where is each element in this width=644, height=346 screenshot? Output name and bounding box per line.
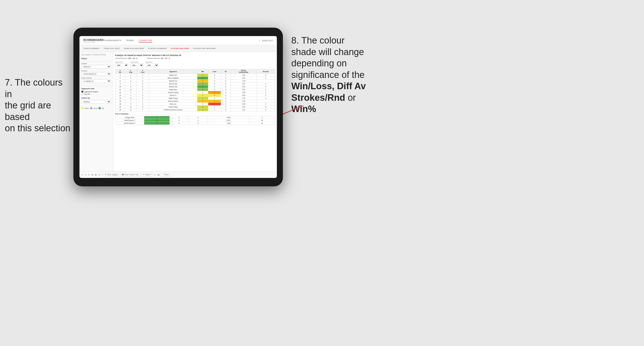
table-row: 1585 Stella Cheng 100 1.254 <box>115 97 275 100</box>
subnav-player-h2h-grid[interactable]: PLAYER H2H GRID <box>171 47 189 49</box>
filter-opponent: Opponent (All) <box>146 61 159 67</box>
table-row: 914 Sharon Mun 100 3.673 <box>115 82 275 85</box>
out-of-division-title: Out of division <box>115 113 275 115</box>
main-content: Katelyn Vo Head-to-Head Grid for Women's… <box>113 52 277 171</box>
radio-top100-dot <box>81 93 83 95</box>
nav-committee[interactable]: COMMITTEE <box>139 39 152 42</box>
redo-icon[interactable]: ↪ <box>85 173 87 176</box>
filter-conference-select[interactable]: (All) <box>130 63 144 67</box>
table-row: 1474 Eunice Yi 220 0.389 <box>115 94 275 97</box>
tablet-screen: SCOREBOARD Powered by clippd TOURNAMENTS… <box>80 36 277 178</box>
watch-dropdown-icon: ▾ <box>150 174 152 176</box>
paste-icon[interactable]: ⊞ <box>95 173 97 176</box>
bottom-toolbar: ↩ ↪ ↩ ⊡ ⊞ ⏱ 👁 View: Original 💾 Save Cust… <box>80 171 277 178</box>
th-div: #Div <box>115 69 125 74</box>
legend-down-dot <box>81 107 84 109</box>
opponent-view-radio-group: Opponents Played Top 100 <box>81 91 111 95</box>
legend: Down Level Up <box>81 107 111 109</box>
division-record-label: Division Record: 331 - 34 - 6 <box>147 57 170 59</box>
opponent-view-title: Opponent view <box>81 88 111 90</box>
annotation-7: 7. The colours in the grid are based on … <box>5 77 72 134</box>
legend-level-dot <box>90 107 92 109</box>
subnav-team-h2h-heatmap[interactable]: TEAM H2H HEATMAP <box>124 47 144 49</box>
filter-opponent-label: Opponent <box>146 61 159 63</box>
filter-opponents-label: Opponents: <box>115 61 128 63</box>
subnav-team-h2h-grid[interactable]: TEAM H2H GRID <box>104 47 120 49</box>
save-custom-btn[interactable]: 💾 Save Custom View <box>120 173 140 176</box>
subnav-player-summary[interactable]: PLAYER SUMMARY <box>148 47 167 49</box>
undo2-icon[interactable]: ↩ <box>88 173 90 176</box>
grid-icon[interactable]: ⊞ <box>158 173 160 176</box>
nav-bar: SCOREBOARD Powered by clippd TOURNAMENTS… <box>80 36 277 45</box>
th-reg: #Reg <box>125 69 136 74</box>
filter-conference-label: Conference <box>130 61 144 63</box>
undo-icon[interactable]: ↩ <box>81 173 83 176</box>
expand-icon[interactable]: ⤢ <box>154 173 156 176</box>
division-select[interactable]: NCAA Division III <box>81 72 111 76</box>
th-opponent: Opponent <box>149 69 197 74</box>
table-row: 1311 Jessica Huang 010 -3.002 <box>115 91 275 94</box>
legend-up-dot <box>98 107 101 109</box>
save-icon: 💾 <box>122 174 124 176</box>
copy-icon[interactable]: ⊡ <box>92 173 94 176</box>
filter-opponent-select[interactable]: (All) <box>146 63 159 67</box>
nav-tournaments[interactable]: TOURNAMENTS <box>104 39 121 42</box>
timestamp: Last Updated: 27/03/2024 16:55:38 <box>81 54 111 55</box>
logo-text: SCOREBOARD <box>83 38 104 41</box>
nav-teams[interactable]: TEAMS <box>126 39 134 42</box>
player-rank-select[interactable]: 8. Katelyn Vo <box>81 79 111 83</box>
th-diff: Diff AvStrokes/Rnd <box>230 69 257 74</box>
table-row: 522 Alexis Sudjianto 100 4.003 <box>115 77 275 80</box>
th-loss: Loss <box>208 69 221 74</box>
filters-row: Opponents: (All) Conference (All) Oppone… <box>115 61 275 67</box>
table-row: 1822 Euna Lee 010 -5.002 <box>115 103 275 106</box>
colour-by-select[interactable]: Win/loss <box>81 100 111 104</box>
view-original-btn[interactable]: 👁 View: Original <box>104 173 119 176</box>
radio-opponents-played-dot <box>81 91 83 93</box>
table-row: 11115 Heejo Hyun 100 3.333 <box>115 88 275 91</box>
table-row: 633 Sydney Kuo 100 -1.00 <box>115 80 275 82</box>
subnav-team-summary[interactable]: TEAM SUMMARY <box>83 47 100 49</box>
share-icon: ↗ <box>162 174 164 176</box>
colour-by-title: Colour by <box>81 97 111 99</box>
sidebar: Last Updated: 27/03/2024 16:55:38 Player… <box>80 52 113 171</box>
out-of-division-table: Foreign Team 100 4.5002 NAIA Division 1 … <box>115 116 275 125</box>
sign-out-link[interactable]: Sign out <box>262 39 273 42</box>
watch-btn[interactable]: 👁 Watch ▾ <box>142 173 153 176</box>
toolbar-divider-1 <box>102 173 102 176</box>
radio-opponents-played[interactable]: Opponents Played <box>81 91 111 93</box>
logo-subtitle: Powered by clippd <box>83 41 104 43</box>
table-row: 1611 Jessica Mason 120 -0.94 <box>115 100 275 103</box>
annotation-8: 8. The colour shade will change dependin… <box>291 35 378 115</box>
legend-down-label: Down <box>85 108 89 109</box>
th-tie: Tie <box>221 69 230 74</box>
table-row: NCAA Division 2 500 7.40010 <box>115 122 275 125</box>
record-row: Overall Record: 353 - 34 - 6 Division Re… <box>115 57 275 59</box>
content-area: Last Updated: 27/03/2024 16:55:38 Player… <box>80 52 277 171</box>
sub-nav: TEAM SUMMARY TEAM H2H GRID TEAM H2H HEAT… <box>80 45 277 52</box>
table-row: Foreign Team 100 4.5002 <box>115 116 275 119</box>
grid-title: Katelyn Vo Head-to-Head Grid for Women's… <box>115 54 275 56</box>
legend-level-label: Level <box>94 108 98 109</box>
table-row: 20116 Emily Chang 410 0.3011 <box>115 106 275 108</box>
tablet-frame: SCOREBOARD Powered by clippd TOURNAMENTS… <box>74 28 283 186</box>
nav-divider-icon: | <box>260 39 260 42</box>
division-label: Division <box>81 70 111 72</box>
nav-right: | Sign out <box>260 39 273 42</box>
subnav-player-h2h-heatmap[interactable]: PLAYER H2H HEATMAP <box>193 47 216 49</box>
eye-icon: 👁 <box>105 174 107 175</box>
player-section-title: Player <box>81 57 111 60</box>
share-btn[interactable]: ↗ Share <box>161 173 170 176</box>
filter-opponents-select[interactable]: (All) <box>115 63 128 67</box>
grid-table: #Div #Reg #Conf Opponent Win Loss Tie Di… <box>115 69 275 111</box>
th-win: Win <box>197 69 208 74</box>
th-conf: #Conf <box>136 69 149 74</box>
th-rounds: Rounds <box>257 69 275 74</box>
gender-select[interactable]: Women's <box>81 65 111 69</box>
filter-conference: Conference (All) <box>130 61 144 67</box>
radio-top100[interactable]: Top 100 <box>81 93 111 95</box>
table-row: 311 Esther Lee 101 1.504 <box>115 74 275 77</box>
clock-icon[interactable]: ⏱ <box>98 173 100 176</box>
overall-record-label: Overall Record: 353 - 34 - 6 <box>115 57 138 59</box>
nav-items: TOURNAMENTS TEAMS COMMITTEE <box>104 39 260 42</box>
